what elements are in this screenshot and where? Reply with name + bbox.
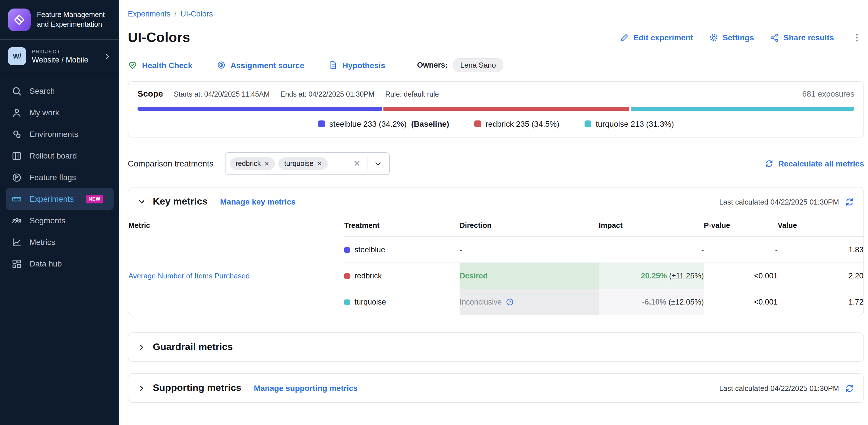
sidebar-item-metrics[interactable]: Metrics	[6, 231, 114, 253]
chip-redbrick[interactable]: redbrick ✕	[230, 157, 275, 170]
brand: Feature Management and Experimentation	[0, 0, 119, 39]
sidebar-item-label: Feature flags	[30, 173, 76, 182]
breadcrumb-current-link[interactable]: UI-Colors	[181, 10, 213, 18]
bar-segment-turquoise	[631, 107, 855, 111]
remove-chip-icon[interactable]: ✕	[264, 160, 269, 167]
owners-label: Owners:	[417, 61, 447, 69]
scope-ends-at: Ends at: 04/22/2025 01:30PM	[280, 90, 374, 98]
sidebar-item-data-hub[interactable]: Data hub	[6, 253, 114, 274]
refresh-icon[interactable]	[845, 197, 855, 207]
bar-segment-steelblue	[137, 107, 381, 111]
treatment-cell: redbrick	[344, 263, 460, 289]
sidebar-item-label: Data hub	[30, 259, 62, 268]
legend-item-redbrick: redbrick 235 (34.5%)	[474, 119, 559, 128]
chevron-down-icon[interactable]	[371, 159, 384, 168]
health-check-link[interactable]: Health Check	[128, 60, 192, 70]
chevron-right-icon	[103, 52, 111, 61]
question-circle-icon[interactable]: ?	[506, 298, 515, 306]
impact-cell: -	[599, 237, 704, 263]
edit-experiment-button[interactable]: Edit experiment	[620, 33, 693, 42]
breadcrumb-separator: /	[175, 10, 177, 18]
guardrail-metrics-card[interactable]: Guardrail metrics	[128, 332, 864, 362]
sidebar-item-my-work[interactable]: My work	[6, 102, 114, 123]
steelblue-swatch	[318, 120, 324, 127]
expand-chevron-right-icon[interactable]	[137, 343, 146, 352]
hypothesis-link[interactable]: Hypothesis	[328, 60, 385, 70]
legend-item-steelblue: steelblue 233 (34.2%) (Baseline)	[318, 119, 449, 128]
metric-cell: Average Number of Items Purchased	[128, 237, 344, 315]
breadcrumb-experiments-link[interactable]: Experiments	[128, 10, 170, 18]
guardrail-metrics-title: Guardrail metrics	[153, 341, 233, 353]
supporting-metrics-card[interactable]: Supporting metrics Manage supporting met…	[128, 373, 864, 403]
sidebar-item-environments[interactable]: Environments	[6, 123, 114, 145]
manage-key-metrics-link[interactable]: Manage key metrics	[220, 197, 296, 206]
sidebar-item-label: My work	[30, 108, 59, 117]
person-icon	[11, 107, 22, 118]
chip-turquoise[interactable]: turquoise ✕	[279, 157, 328, 170]
table-row-steelblue: Average Number of Items Purchased steelb…	[128, 237, 864, 263]
pvalue-cell: -	[704, 237, 778, 263]
page-title: UI-Colors	[128, 30, 190, 45]
hexagons-icon	[11, 129, 22, 140]
treatment-multiselect[interactable]: redbrick ✕ turquoise ✕ ✕	[225, 152, 390, 175]
steelblue-swatch	[344, 247, 350, 252]
clear-selection-icon[interactable]: ✕	[350, 158, 364, 169]
divider	[367, 157, 368, 170]
share-icon	[770, 33, 780, 42]
quick-links-row: Health Check Assignment source Hypothesi…	[128, 58, 864, 72]
search-icon	[11, 86, 22, 96]
project-switcher[interactable]: W/ PROJECT Website / Mobile	[0, 40, 119, 73]
refresh-icon[interactable]	[845, 383, 855, 393]
sidebar-item-search[interactable]: Search	[6, 80, 114, 102]
key-metrics-card: Key metrics Manage key metrics Last calc…	[128, 187, 864, 315]
owners-block: Owners: Lena Sano	[417, 58, 503, 72]
assignment-source-link[interactable]: Assignment source	[216, 60, 304, 70]
gear-icon	[709, 33, 719, 42]
sidebar: Feature Management and Experimentation W…	[0, 0, 119, 425]
project-eyebrow: PROJECT	[32, 49, 97, 54]
turquoise-swatch	[584, 120, 591, 127]
pvalue-cell: <0.001	[704, 289, 778, 315]
sidebar-item-feature-flags[interactable]: Feature flags	[6, 166, 114, 188]
new-badge: NEW	[86, 194, 103, 203]
ruler-icon	[11, 193, 22, 204]
document-icon	[328, 60, 338, 70]
value-cell: 1.83	[778, 237, 864, 263]
brand-logo-icon	[8, 8, 31, 31]
sidebar-nav: Search My work Environments Rollout boar…	[0, 73, 119, 274]
col-header-value: Value	[778, 215, 864, 237]
heart-check-icon	[128, 60, 137, 70]
project-name: Website / Mobile	[32, 55, 97, 64]
key-metrics-title: Key metrics	[153, 196, 208, 207]
more-options-button[interactable]	[850, 33, 864, 42]
comparison-row: Comparison treatments redbrick ✕ turquoi…	[128, 152, 864, 175]
expand-chevron-right-icon[interactable]	[137, 384, 146, 392]
treatment-legend: steelblue 233 (34.2%) (Baseline) redbric…	[137, 119, 855, 128]
redbrick-swatch	[474, 120, 481, 127]
sidebar-item-rollout-board[interactable]: Rollout board	[6, 145, 114, 166]
direction-cell: -	[460, 237, 599, 263]
sidebar-item-label: Search	[30, 86, 55, 95]
main-content: Experiments / UI-Colors UI-Colors Edit e…	[119, 0, 868, 425]
settings-button[interactable]: Settings	[709, 33, 754, 42]
impact-cell: 20.25% (±11.25%)	[599, 263, 704, 289]
redbrick-swatch	[344, 273, 350, 279]
project-avatar: W/	[8, 47, 26, 65]
people-group-icon	[11, 215, 22, 226]
share-results-button[interactable]: Share results	[770, 33, 834, 42]
sidebar-item-label: Rollout board	[30, 151, 77, 160]
data-hub-grid-icon	[11, 258, 22, 269]
collapse-chevron-down-icon[interactable]	[137, 198, 146, 206]
scope-card: Scope Starts at: 04/20/2025 11:45AM Ends…	[128, 81, 864, 138]
impact-cell: -6.10% (±12.05%)	[599, 289, 704, 315]
sidebar-item-experiments[interactable]: Experiments NEW	[6, 188, 114, 210]
supporting-metrics-title: Supporting metrics	[153, 383, 241, 394]
manage-supporting-metrics-link[interactable]: Manage supporting metrics	[254, 384, 358, 393]
remove-chip-icon[interactable]: ✕	[317, 160, 322, 167]
metric-link[interactable]: Average Number of Items Purchased	[128, 272, 250, 280]
turquoise-swatch	[344, 299, 350, 305]
recalculate-all-metrics-button[interactable]: Recalculate all metrics	[765, 159, 864, 168]
value-cell: 1.72	[778, 289, 864, 315]
sidebar-item-label: Metrics	[30, 238, 55, 247]
sidebar-item-segments[interactable]: Segments	[6, 210, 114, 231]
